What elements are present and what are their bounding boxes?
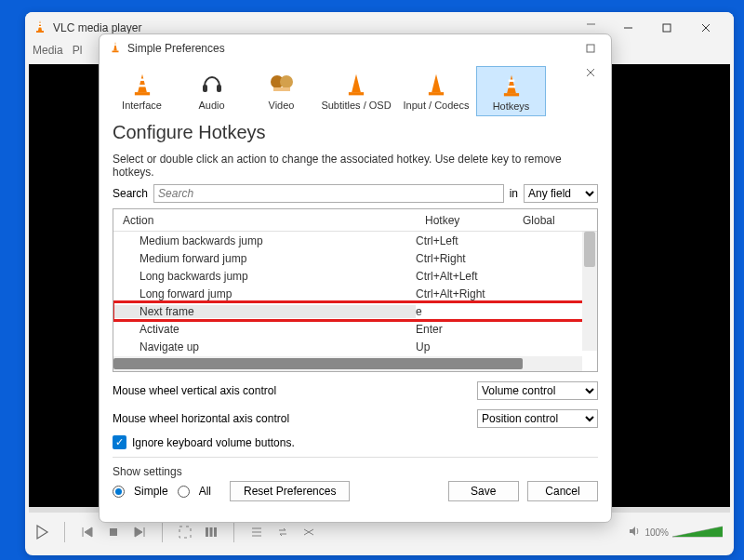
cancel-button[interactable]: Cancel — [527, 481, 598, 501]
stop-button[interactable] — [102, 521, 125, 543]
cell-hotkey: Ctrl+Alt+Right — [416, 287, 513, 300]
svg-rect-16 — [114, 44, 117, 45]
cell-hotkey: Enter — [416, 323, 513, 336]
tab-subtitles[interactable]: Subtitles / OSD — [316, 66, 396, 116]
col-action[interactable]: Action — [113, 214, 416, 227]
svg-rect-4 — [663, 24, 671, 32]
cell-hotkey: Ctrl+Left — [416, 234, 513, 247]
table-row[interactable]: Long forward jumpCtrl+Alt+Right — [113, 285, 597, 302]
tab-hotkeys-label: Hotkeys — [493, 100, 530, 112]
minimize-button[interactable] — [611, 16, 644, 40]
vertical-scrollbar[interactable] — [582, 232, 597, 351]
cone-icon — [396, 72, 476, 98]
film-icon — [246, 72, 316, 98]
ignore-kb-checkbox[interactable]: ✓ — [113, 435, 126, 449]
volume-slider[interactable] — [672, 526, 723, 539]
next-button[interactable] — [128, 521, 151, 543]
instruction-text: Select or double click an action to chan… — [113, 153, 598, 179]
hotkeys-table: Action Hotkey Global Medium backwards ju… — [113, 208, 598, 372]
play-button[interactable] — [31, 521, 53, 543]
menu-media[interactable]: Media — [33, 44, 63, 57]
svg-rect-33 — [507, 86, 514, 87]
svg-point-27 — [280, 75, 293, 88]
svg-rect-25 — [217, 85, 221, 92]
volume-text: 100% — [644, 527, 669, 538]
svg-rect-22 — [139, 79, 145, 81]
tab-video[interactable]: Video — [246, 66, 316, 116]
cell-hotkey: e — [416, 305, 513, 318]
tab-input[interactable]: Input / Codecs — [396, 66, 476, 116]
svg-rect-0 — [36, 31, 44, 33]
playlist-button[interactable] — [246, 521, 268, 543]
prefs-minimize-button[interactable] — [574, 12, 607, 36]
cone-icon — [477, 73, 545, 99]
prefs-maximize-button[interactable] — [574, 36, 607, 60]
cell-action: Medium forward jump — [113, 252, 416, 265]
tab-video-label: Video — [269, 100, 295, 111]
tab-audio[interactable]: Audio — [177, 66, 246, 116]
svg-rect-9 — [206, 527, 208, 537]
ext-settings-button[interactable] — [200, 521, 222, 543]
loop-button[interactable] — [272, 521, 294, 543]
tab-subtitles-label: Subtitles / OSD — [321, 100, 391, 111]
table-row[interactable]: Medium backwards jumpCtrl+Left — [113, 232, 597, 249]
vlc-title: VLC media player — [53, 21, 141, 34]
table-row[interactable]: ActivateEnter — [113, 320, 597, 338]
random-button[interactable] — [298, 521, 320, 543]
table-row[interactable]: Next framee — [113, 302, 597, 320]
cell-action: Navigate up — [113, 340, 416, 353]
table-row[interactable]: Long backwards jumpCtrl+Alt+Left — [113, 267, 597, 285]
svg-rect-21 — [134, 92, 149, 95]
prev-button[interactable] — [76, 521, 99, 543]
radio-all-label: All — [199, 485, 211, 498]
svg-rect-29 — [349, 92, 364, 95]
radio-simple[interactable] — [113, 486, 125, 498]
scrollbar-thumb[interactable] — [113, 358, 523, 369]
tab-hotkeys[interactable]: Hotkeys — [476, 66, 546, 116]
svg-rect-11 — [214, 527, 217, 537]
svg-rect-18 — [587, 45, 594, 52]
horizontal-scrollbar[interactable] — [113, 356, 582, 371]
svg-rect-32 — [508, 80, 514, 82]
radio-all[interactable] — [178, 486, 190, 498]
cell-action: Activate — [113, 323, 416, 336]
reset-button[interactable]: Reset Preferences — [230, 481, 350, 501]
svg-rect-28 — [273, 87, 290, 91]
preferences-dialog: Simple Preferences Interface Audio Video… — [99, 33, 612, 523]
show-settings-label: Show settings — [113, 465, 350, 478]
table-row[interactable]: Medium forward jumpCtrl+Right — [113, 249, 597, 267]
fullscreen-button[interactable] — [174, 521, 196, 543]
tab-interface[interactable]: Interface — [107, 66, 177, 116]
search-input[interactable] — [153, 184, 504, 203]
svg-rect-1 — [39, 23, 42, 25]
in-field-select[interactable]: Any field — [524, 184, 598, 203]
save-button[interactable]: Save — [448, 481, 519, 501]
col-hotkey[interactable]: Hotkey — [416, 214, 513, 227]
table-row[interactable]: Navigate upUp — [113, 338, 597, 355]
svg-rect-31 — [503, 93, 518, 96]
prefs-title: Simple Preferences — [127, 42, 225, 55]
mouse-vertical-select[interactable]: Volume control — [477, 381, 598, 400]
speaker-icon[interactable] — [628, 525, 641, 540]
svg-rect-30 — [429, 92, 444, 95]
close-button[interactable] — [689, 16, 723, 40]
cell-action: Next frame — [113, 305, 416, 318]
tab-audio-label: Audio — [198, 100, 224, 111]
prefs-heading: Configure Hotkeys — [113, 122, 598, 143]
cone-icon — [316, 72, 396, 98]
search-label: Search — [113, 187, 148, 200]
headphones-icon — [177, 72, 246, 98]
tab-input-label: Input / Codecs — [404, 100, 470, 111]
mouse-horizontal-select[interactable]: Position control — [477, 409, 598, 428]
svg-rect-2 — [38, 26, 42, 28]
prefs-titlebar: Simple Preferences — [100, 34, 611, 62]
svg-rect-23 — [138, 85, 145, 87]
scrollbar-thumb[interactable] — [584, 232, 595, 267]
svg-rect-15 — [113, 50, 119, 52]
col-global[interactable]: Global — [513, 214, 569, 227]
cell-hotkey: Ctrl+Right — [416, 252, 513, 265]
maximize-button[interactable] — [650, 16, 684, 40]
cell-action: Medium backwards jump — [113, 234, 416, 247]
menu-pl[interactable]: Pl — [73, 44, 83, 57]
svg-rect-8 — [179, 527, 191, 538]
